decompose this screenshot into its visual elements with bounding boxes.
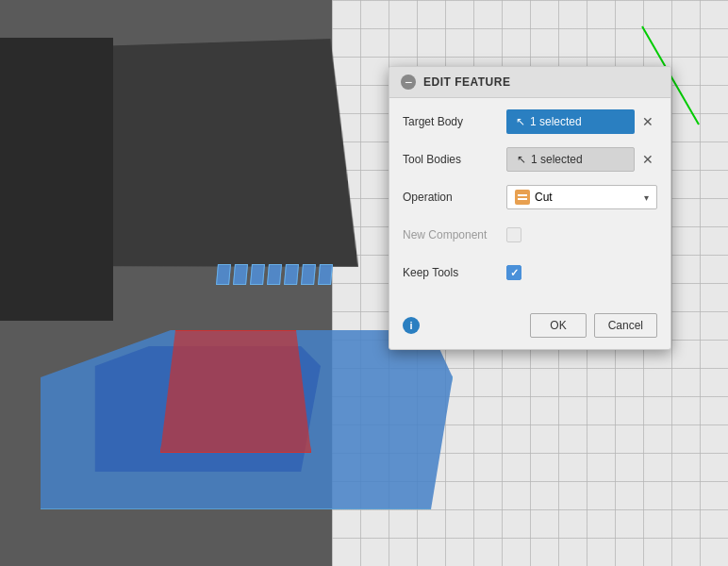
keep-tools-row: Keep Tools [403,258,657,287]
left-wall [0,38,113,321]
tool-bodies-selected-button[interactable]: ↖ 1 selected [506,147,635,172]
dropdown-arrow-icon: ▾ [644,192,649,203]
tool-bodies-label: Tool Bodies [403,153,506,166]
tooth-6 [301,264,316,285]
tool-bodies-clear-button[interactable]: ✕ [638,150,657,169]
operation-control: Cut ▾ [506,185,657,209]
tooth-1 [216,264,231,285]
keep-tools-checkbox[interactable] [506,265,521,280]
dialog-footer: i OK Cancel [389,306,670,349]
new-component-checkbox [506,227,521,242]
dialog-minimize-icon[interactable] [401,75,416,90]
dialog-body: Target Body ↖ 1 selected ✕ Tool Bodies ↖… [389,98,670,306]
keep-tools-control [506,265,657,280]
red-cut-area [160,330,311,453]
info-button[interactable]: i [403,317,420,334]
target-body-clear-button[interactable]: ✕ [638,112,657,131]
target-body-label: Target Body [403,115,506,128]
cancel-button[interactable]: Cancel [594,313,657,338]
ok-button[interactable]: OK [530,313,586,338]
tool-bodies-value: 1 selected [531,153,583,166]
target-body-row: Target Body ↖ 1 selected ✕ [403,108,657,136]
tool-bodies-row: Tool Bodies ↖ 1 selected ✕ [403,145,657,174]
target-body-selected-button[interactable]: ↖ 1 selected [506,109,635,134]
new-component-control [506,227,657,242]
operation-row: Operation Cut ▾ [403,183,657,211]
edit-feature-dialog: EDIT FEATURE Target Body ↖ 1 selected ✕ … [389,66,671,350]
tooth-5 [284,264,299,285]
svg-rect-0 [518,194,527,196]
teeth-row [217,264,332,285]
target-body-control: ↖ 1 selected ✕ [506,109,657,134]
tooth-3 [250,264,265,285]
cursor-icon-grey: ↖ [517,153,526,166]
dialog-title: EDIT FEATURE [423,75,510,89]
tooth-4 [267,264,282,285]
operation-value: Cut [535,191,553,204]
operation-dropdown[interactable]: Cut ▾ [506,185,657,209]
svg-rect-1 [518,198,527,200]
cursor-icon: ↖ [516,115,525,128]
tooth-7 [318,264,333,285]
target-body-value: 1 selected [530,115,582,128]
dialog-header: EDIT FEATURE [389,67,670,98]
keep-tools-label: Keep Tools [403,266,506,279]
new-component-row: New Component [403,221,657,249]
tool-bodies-control: ↖ 1 selected ✕ [506,147,657,172]
new-component-label: New Component [403,228,506,241]
cut-operation-icon [515,190,530,205]
tooth-2 [233,264,248,285]
operation-label: Operation [403,191,506,204]
